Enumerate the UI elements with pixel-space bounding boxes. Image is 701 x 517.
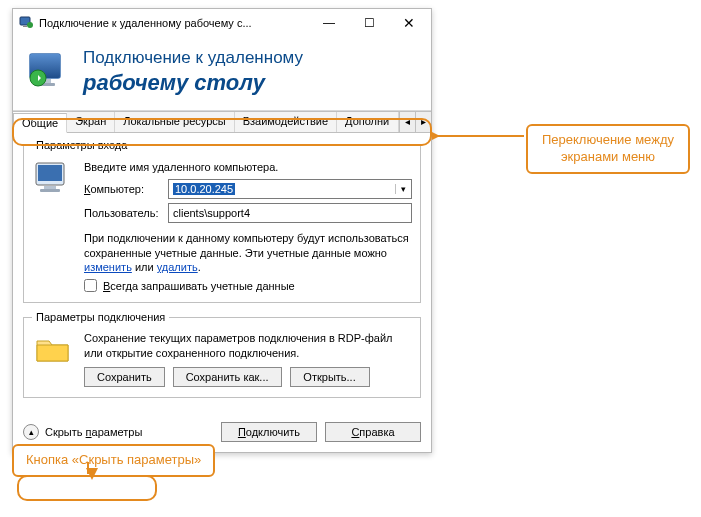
folder-icon <box>32 331 74 369</box>
highlight-toggle <box>17 475 157 501</box>
tab-local-resources[interactable]: Локальные ресурсы <box>115 112 234 132</box>
link-change-credentials[interactable]: изменить <box>84 261 132 273</box>
login-legend: Параметры входа <box>32 139 131 151</box>
open-button[interactable]: Открыть... <box>290 367 370 387</box>
chevron-down-icon[interactable]: ▾ <box>395 184 411 194</box>
tab-display[interactable]: Экран <box>67 112 115 132</box>
hide-options-toggle[interactable]: ▴ Скрыть параметры Скрыть параметры <box>23 424 142 440</box>
help-button[interactable]: СправкаСправка <box>325 422 421 442</box>
computer-label: ККомпьютер:омпьютер: <box>84 183 162 195</box>
minimize-button[interactable]: — <box>309 10 349 36</box>
connection-desc: Сохранение текущих параметров подключени… <box>84 331 412 361</box>
connect-button[interactable]: ПодключитьПодключить <box>221 422 317 442</box>
login-group: Параметры входа Введите имя удаленного к… <box>23 139 421 304</box>
svg-rect-10 <box>44 186 56 189</box>
tab-content: Параметры входа Введите имя удаленного к… <box>13 133 431 414</box>
credentials-note: При подключении к данному компьютеру буд… <box>84 231 412 276</box>
svg-rect-11 <box>40 189 60 192</box>
titlebar: Подключение к удаленному рабочему с... —… <box>13 9 431 37</box>
banner: Подключение к удаленному рабочему столу <box>13 37 431 111</box>
callout-tabs: Переключение между экранами меню <box>526 124 690 174</box>
always-ask-checkbox[interactable]: Всегда запрашивать учетные данные Всегда… <box>84 279 412 292</box>
tab-general[interactable]: Общие <box>13 113 67 133</box>
computer-value: 10.0.20.245 <box>173 183 235 195</box>
close-button[interactable]: ✕ <box>389 10 429 36</box>
connection-legend: Параметры подключения <box>32 311 169 323</box>
user-field[interactable]: clients\support4 <box>168 203 412 223</box>
collapse-icon: ▴ <box>23 424 39 440</box>
callout-hide-options: Кнопка «Скрыть параметры» <box>12 444 215 477</box>
save-button[interactable]: Сохранить <box>84 367 165 387</box>
tab-experience[interactable]: Взаимодействие <box>235 112 337 132</box>
tab-advanced[interactable]: Дополни <box>337 112 399 132</box>
maximize-button[interactable]: ☐ <box>349 10 389 36</box>
window-title: Подключение к удаленному рабочему с... <box>39 17 309 29</box>
user-label: Пользователь: <box>84 207 162 219</box>
save-as-button[interactable]: Сохранить как... <box>173 367 282 387</box>
rdp-small-icon <box>19 15 33 31</box>
computer-combobox[interactable]: 10.0.20.245 ▾ <box>168 179 412 199</box>
rdp-large-icon <box>27 51 71 93</box>
login-hint: Введите имя удаленного компьютера. <box>84 161 412 173</box>
tab-scroll-right[interactable]: ▸ <box>415 112 431 132</box>
tab-scroll-left[interactable]: ◂ <box>399 112 415 132</box>
link-delete-credentials[interactable]: удалить <box>157 261 198 273</box>
svg-point-2 <box>27 22 33 28</box>
tab-strip: Общие Экран Локальные ресурсы Взаимодейс… <box>13 111 431 133</box>
svg-rect-1 <box>23 26 27 27</box>
banner-title: Подключение к удаленному рабочему столу <box>83 47 303 98</box>
connection-group: Параметры подключения Сохранение текущих… <box>23 311 421 398</box>
rdp-window: Подключение к удаленному рабочему с... —… <box>12 8 432 453</box>
svg-rect-9 <box>38 165 62 181</box>
arrow-right-callout <box>432 126 528 146</box>
computer-icon <box>32 159 74 201</box>
